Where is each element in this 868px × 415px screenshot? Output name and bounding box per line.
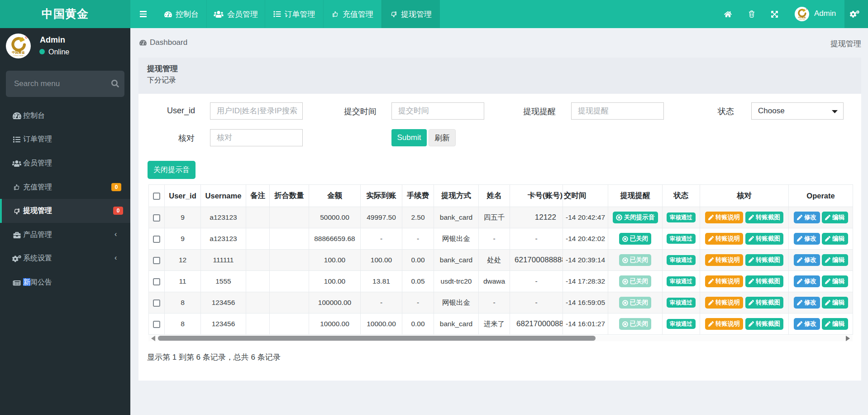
svg-text:中国黄金: 中国黄金 — [12, 50, 25, 54]
svg-text:中国黄金: 中国黄金 — [798, 16, 806, 19]
svg-text:China Gold: China Gold — [14, 54, 24, 57]
svg-text:China Gold: China Gold — [799, 19, 805, 20]
